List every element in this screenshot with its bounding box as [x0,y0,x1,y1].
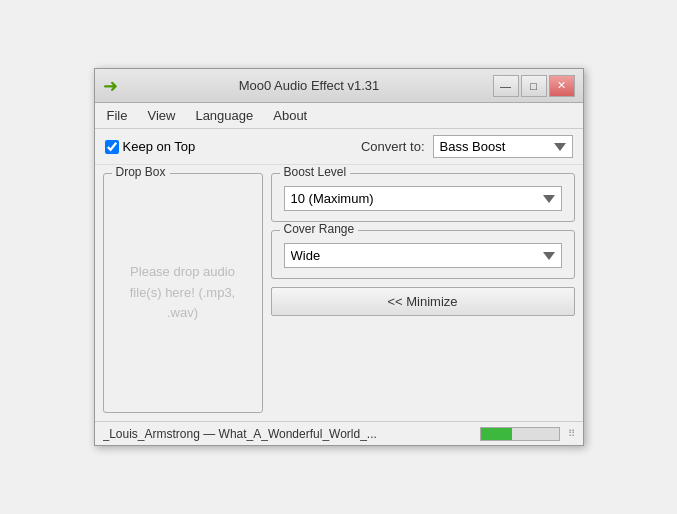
cover-range-legend: Cover Range [280,222,359,236]
restore-window-button[interactable]: □ [521,75,547,97]
window-controls: — □ ✕ [493,75,575,97]
minimize-button[interactable]: << Minimize [271,287,575,316]
status-text: _Louis_Armstrong — What_A_Wonderful_Worl… [103,427,472,441]
keep-on-top-label[interactable]: Keep on Top [105,139,196,154]
convert-to-select[interactable]: Bass Boost Normalize Reverb Echo [433,135,573,158]
close-window-button[interactable]: ✕ [549,75,575,97]
toolbar: Keep on Top Convert to: Bass Boost Norma… [95,129,583,165]
keep-on-top-checkbox[interactable] [105,140,119,154]
drop-box-placeholder: Please drop audio file(s) here! (.mp3, .… [104,174,262,412]
menu-bar: File View Language About [95,103,583,129]
boost-level-legend: Boost Level [280,165,351,179]
minimize-window-button[interactable]: — [493,75,519,97]
convert-to-label: Convert to: [361,139,425,154]
menu-about[interactable]: About [265,105,315,126]
drop-box[interactable]: Drop Box Please drop audio file(s) here!… [103,173,263,413]
cover-range-select[interactable]: Wide Medium Narrow [284,243,562,268]
convert-group: Convert to: Bass Boost Normalize Reverb … [361,135,573,158]
right-panel: Boost Level 10 (Maximum) 8 (High) 5 (Med… [271,173,575,413]
main-window: ➜ Moo0 Audio Effect v1.31 — □ ✕ File Vie… [94,68,584,446]
progress-bar-fill [481,428,512,440]
menu-file[interactable]: File [99,105,136,126]
window-title: Moo0 Audio Effect v1.31 [126,78,493,93]
cover-range-group: Cover Range Wide Medium Narrow [271,230,575,279]
boost-level-select[interactable]: 10 (Maximum) 8 (High) 5 (Medium) 2 (Low) [284,186,562,211]
menu-view[interactable]: View [139,105,183,126]
menu-language[interactable]: Language [187,105,261,126]
main-content: Drop Box Please drop audio file(s) here!… [95,165,583,421]
title-bar: ➜ Moo0 Audio Effect v1.31 — □ ✕ [95,69,583,103]
keep-on-top-text: Keep on Top [123,139,196,154]
status-bar: _Louis_Armstrong — What_A_Wonderful_Worl… [95,421,583,445]
boost-level-group: Boost Level 10 (Maximum) 8 (High) 5 (Med… [271,173,575,222]
app-icon: ➜ [103,75,118,97]
progress-bar [480,427,560,441]
resize-handle[interactable]: ⠿ [568,428,575,439]
drop-box-legend: Drop Box [112,165,170,179]
